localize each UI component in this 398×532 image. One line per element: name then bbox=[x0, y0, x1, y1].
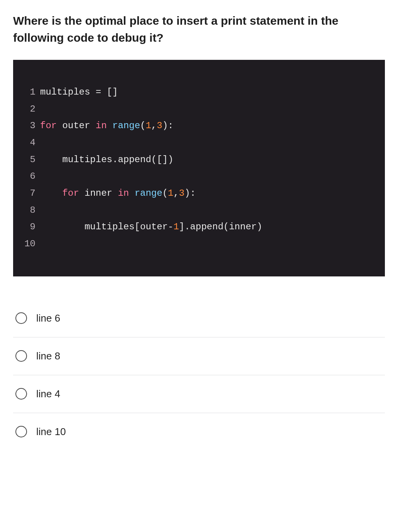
code-line: 9 multiples[outer-1].append(inner) bbox=[24, 219, 374, 236]
option-line-4[interactable]: line 4 bbox=[13, 375, 385, 413]
code-token bbox=[129, 188, 134, 198]
option-line-8[interactable]: line 8 bbox=[13, 337, 385, 375]
line-number: 10 bbox=[24, 236, 40, 252]
code-token: range bbox=[112, 120, 140, 131]
code-token: ( bbox=[162, 188, 168, 198]
option-label: line 10 bbox=[36, 426, 66, 438]
option-line-6[interactable]: line 6 bbox=[13, 300, 385, 337]
code-token: multiples[outer- bbox=[40, 222, 174, 232]
code-token: ].append(inner) bbox=[179, 222, 262, 232]
code-line: 5 multiples.append([]) bbox=[24, 151, 374, 168]
code-token: in bbox=[118, 188, 129, 198]
code-token: multiples = [] bbox=[40, 87, 118, 97]
code-token: range bbox=[135, 188, 162, 198]
code-token: for bbox=[40, 120, 57, 131]
code-token bbox=[40, 188, 62, 198]
code-token: 1 bbox=[174, 222, 179, 232]
code-token: ): bbox=[162, 120, 174, 131]
code-token: 3 bbox=[157, 120, 162, 131]
code-line: 4 bbox=[24, 134, 374, 151]
code-token: 1 bbox=[146, 120, 151, 131]
line-number: 8 bbox=[24, 202, 40, 219]
code-token: , bbox=[151, 120, 157, 131]
code-line: 7 for inner in range(1,3): bbox=[24, 185, 374, 202]
option-label: line 8 bbox=[36, 350, 60, 362]
code-line: 6 bbox=[24, 168, 374, 185]
code-token: 1 bbox=[168, 188, 173, 198]
line-number: 4 bbox=[24, 134, 40, 151]
line-number: 2 bbox=[24, 101, 40, 118]
radio-icon bbox=[15, 350, 27, 362]
code-token: , bbox=[174, 188, 179, 198]
line-number: 3 bbox=[24, 117, 40, 134]
option-label: line 6 bbox=[36, 312, 60, 324]
code-line: 1multiples = [] bbox=[24, 84, 374, 101]
code-token: for bbox=[62, 188, 79, 198]
code-line: 2 bbox=[24, 101, 374, 118]
radio-icon bbox=[15, 312, 27, 324]
line-number: 5 bbox=[24, 151, 40, 168]
answer-options: line 6 line 8 line 4 line 10 bbox=[13, 300, 385, 451]
option-line-10[interactable]: line 10 bbox=[13, 413, 385, 451]
code-line: 3for outer in range(1,3): bbox=[24, 117, 374, 134]
code-token: inner bbox=[79, 188, 118, 198]
radio-icon bbox=[15, 388, 27, 400]
line-number: 9 bbox=[24, 219, 40, 236]
option-label: line 4 bbox=[36, 388, 60, 400]
line-number: 6 bbox=[24, 168, 40, 185]
code-line: 8 bbox=[24, 202, 374, 219]
line-number: 1 bbox=[24, 84, 40, 101]
code-token: 3 bbox=[179, 188, 184, 198]
code-token: ( bbox=[140, 120, 145, 131]
radio-icon bbox=[15, 426, 27, 437]
code-token: in bbox=[96, 120, 107, 131]
code-token bbox=[107, 120, 112, 131]
code-token: multiples.append([]) bbox=[40, 154, 174, 165]
code-line: 10 bbox=[24, 236, 374, 252]
code-block: 1multiples = []23for outer in range(1,3)… bbox=[13, 60, 385, 276]
line-number: 7 bbox=[24, 185, 40, 202]
code-token: ): bbox=[185, 188, 196, 198]
question-text: Where is the optimal place to insert a p… bbox=[13, 12, 385, 46]
question-page: Where is the optimal place to insert a p… bbox=[0, 0, 398, 451]
code-token: outer bbox=[57, 120, 96, 131]
